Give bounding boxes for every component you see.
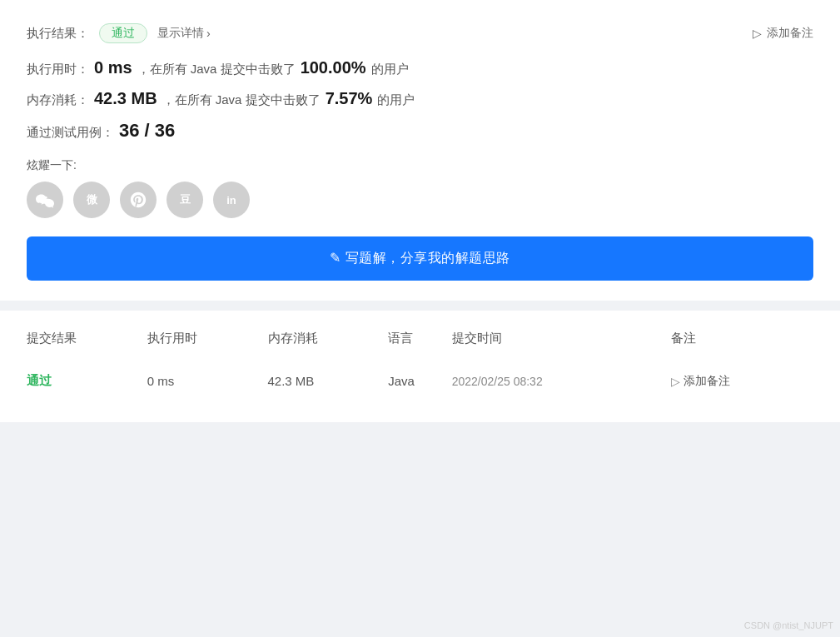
- douban-icon[interactable]: 豆: [167, 182, 203, 218]
- col-header-mem: 内存消耗: [268, 331, 389, 360]
- share-section: 炫耀一下: 微 豆 in: [27, 158, 813, 218]
- result-left: 执行结果： 通过 显示详情 ›: [27, 23, 211, 43]
- col-header-status: 提交结果: [27, 331, 147, 360]
- row-mem: 42.3 MB: [268, 360, 389, 396]
- col-header-note: 备注: [671, 331, 813, 360]
- row-submit-time: 2022/02/25 08:32: [452, 360, 671, 396]
- linkedin-icon[interactable]: in: [213, 182, 250, 218]
- add-note-button[interactable]: ▷ 添加备注: [753, 26, 813, 41]
- share-label: 炫耀一下:: [27, 158, 813, 173]
- weibo-icon[interactable]: 微: [73, 182, 110, 218]
- col-header-lang: 语言: [388, 331, 451, 360]
- time-desc1: ，在所有 Java 提交中击败了: [137, 62, 296, 77]
- table-row: 通过 0 ms 42.3 MB Java 2022/02/25 08:32 ▷ …: [27, 360, 813, 396]
- add-note-table-button[interactable]: ▷ 添加备注: [671, 374, 813, 389]
- submission-table: 提交结果 执行用时 内存消耗 语言 提交时间 备注 通过 0 ms 42.3 M…: [27, 331, 813, 396]
- row-time: 0 ms: [147, 360, 268, 396]
- col-header-submittime: 提交时间: [452, 331, 671, 360]
- flag-table-icon: ▷: [671, 375, 680, 388]
- result-row: 执行结果： 通过 显示详情 › ▷ 添加备注: [27, 23, 813, 43]
- time-value: 0 ms: [94, 58, 132, 77]
- testcase-row: 通过测试用例： 36 / 36: [27, 120, 813, 142]
- write-solution-button[interactable]: ✎ 写题解，分享我的解题思路: [27, 236, 813, 281]
- social-icons-row: 微 豆 in: [27, 182, 813, 218]
- qq-icon[interactable]: [120, 182, 157, 218]
- status-badge: 通过: [99, 23, 147, 43]
- mem-percent: 7.57%: [326, 89, 373, 108]
- mem-desc2: 的用户: [377, 92, 415, 108]
- row-lang: Java: [388, 360, 451, 396]
- show-detail-link[interactable]: 显示详情 ›: [157, 26, 211, 41]
- testcase-value: 36 / 36: [119, 120, 175, 142]
- mem-desc1: ，在所有 Java 提交中击败了: [162, 92, 321, 108]
- time-stat-row: 执行用时： 0 ms ，在所有 Java 提交中击败了 100.00% 的用户: [27, 58, 813, 77]
- mem-value: 42.3 MB: [94, 89, 157, 108]
- flag-icon: ▷: [753, 27, 762, 40]
- time-desc2: 的用户: [371, 62, 409, 77]
- execution-label: 执行结果：: [27, 26, 89, 42]
- mem-label: 内存消耗：: [27, 92, 89, 108]
- time-label: 执行用时：: [27, 62, 89, 77]
- row-status: 通过: [27, 360, 147, 396]
- row-note[interactable]: ▷ 添加备注: [671, 360, 813, 396]
- mem-stat-row: 内存消耗： 42.3 MB ，在所有 Java 提交中击败了 7.57% 的用户: [27, 89, 813, 108]
- table-card: 提交结果 执行用时 内存消耗 语言 提交时间 备注 通过 0 ms 42.3 M…: [0, 311, 840, 422]
- time-percent: 100.00%: [301, 58, 366, 77]
- testcase-label: 通过测试用例：: [27, 125, 114, 141]
- add-note-table-label: 添加备注: [683, 374, 730, 389]
- wechat-icon[interactable]: [27, 182, 63, 218]
- table-header-row: 提交结果 执行用时 内存消耗 语言 提交时间 备注: [27, 331, 813, 360]
- col-header-time: 执行用时: [147, 331, 268, 360]
- result-card: 执行结果： 通过 显示详情 › ▷ 添加备注 执行用时： 0 ms ，在所有 J…: [0, 0, 840, 301]
